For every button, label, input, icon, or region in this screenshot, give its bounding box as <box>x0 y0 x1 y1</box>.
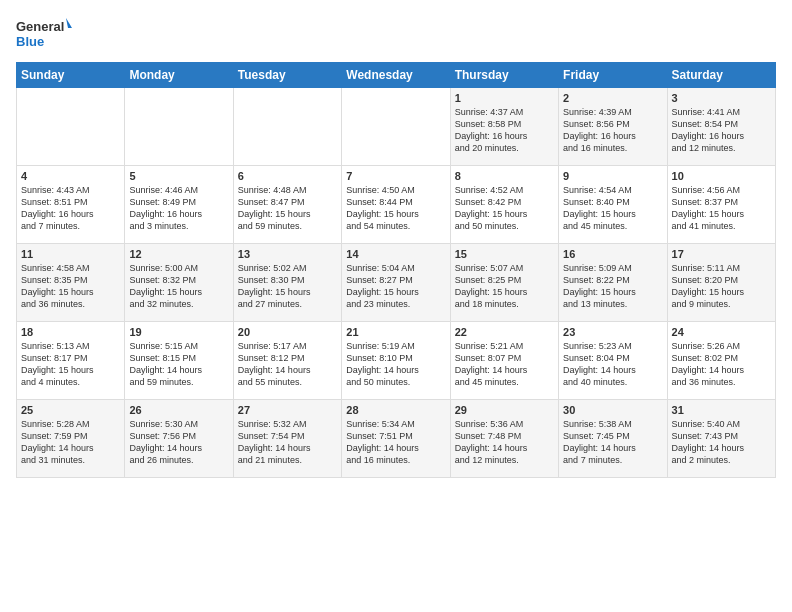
header: General Blue <box>16 16 776 52</box>
calendar-cell: 29Sunrise: 5:36 AM Sunset: 7:48 PM Dayli… <box>450 400 558 478</box>
day-number: 22 <box>455 326 554 338</box>
day-number: 21 <box>346 326 445 338</box>
weekday-header-friday: Friday <box>559 63 667 88</box>
day-number: 28 <box>346 404 445 416</box>
calendar-cell: 9Sunrise: 4:54 AM Sunset: 8:40 PM Daylig… <box>559 166 667 244</box>
cell-sun-info: Sunrise: 5:30 AM Sunset: 7:56 PM Dayligh… <box>129 418 228 467</box>
calendar-cell: 27Sunrise: 5:32 AM Sunset: 7:54 PM Dayli… <box>233 400 341 478</box>
cell-sun-info: Sunrise: 5:09 AM Sunset: 8:22 PM Dayligh… <box>563 262 662 311</box>
calendar-cell: 3Sunrise: 4:41 AM Sunset: 8:54 PM Daylig… <box>667 88 775 166</box>
cell-sun-info: Sunrise: 5:36 AM Sunset: 7:48 PM Dayligh… <box>455 418 554 467</box>
day-number: 27 <box>238 404 337 416</box>
day-number: 12 <box>129 248 228 260</box>
calendar-cell: 14Sunrise: 5:04 AM Sunset: 8:27 PM Dayli… <box>342 244 450 322</box>
calendar-cell: 10Sunrise: 4:56 AM Sunset: 8:37 PM Dayli… <box>667 166 775 244</box>
calendar-cell: 8Sunrise: 4:52 AM Sunset: 8:42 PM Daylig… <box>450 166 558 244</box>
calendar-cell: 31Sunrise: 5:40 AM Sunset: 7:43 PM Dayli… <box>667 400 775 478</box>
cell-sun-info: Sunrise: 4:41 AM Sunset: 8:54 PM Dayligh… <box>672 106 771 155</box>
calendar-cell: 28Sunrise: 5:34 AM Sunset: 7:51 PM Dayli… <box>342 400 450 478</box>
cell-sun-info: Sunrise: 5:28 AM Sunset: 7:59 PM Dayligh… <box>21 418 120 467</box>
cell-sun-info: Sunrise: 4:43 AM Sunset: 8:51 PM Dayligh… <box>21 184 120 233</box>
cell-sun-info: Sunrise: 5:17 AM Sunset: 8:12 PM Dayligh… <box>238 340 337 389</box>
day-number: 16 <box>563 248 662 260</box>
calendar-cell: 7Sunrise: 4:50 AM Sunset: 8:44 PM Daylig… <box>342 166 450 244</box>
day-number: 26 <box>129 404 228 416</box>
weekday-header-monday: Monday <box>125 63 233 88</box>
day-number: 18 <box>21 326 120 338</box>
calendar-cell: 1Sunrise: 4:37 AM Sunset: 8:58 PM Daylig… <box>450 88 558 166</box>
day-number: 1 <box>455 92 554 104</box>
cell-sun-info: Sunrise: 5:23 AM Sunset: 8:04 PM Dayligh… <box>563 340 662 389</box>
cell-sun-info: Sunrise: 5:00 AM Sunset: 8:32 PM Dayligh… <box>129 262 228 311</box>
calendar-week-row: 25Sunrise: 5:28 AM Sunset: 7:59 PM Dayli… <box>17 400 776 478</box>
calendar-cell: 13Sunrise: 5:02 AM Sunset: 8:30 PM Dayli… <box>233 244 341 322</box>
day-number: 24 <box>672 326 771 338</box>
day-number: 10 <box>672 170 771 182</box>
calendar-cell: 15Sunrise: 5:07 AM Sunset: 8:25 PM Dayli… <box>450 244 558 322</box>
weekday-header-tuesday: Tuesday <box>233 63 341 88</box>
day-number: 2 <box>563 92 662 104</box>
weekday-header-thursday: Thursday <box>450 63 558 88</box>
calendar-week-row: 11Sunrise: 4:58 AM Sunset: 8:35 PM Dayli… <box>17 244 776 322</box>
calendar-cell: 12Sunrise: 5:00 AM Sunset: 8:32 PM Dayli… <box>125 244 233 322</box>
day-number: 17 <box>672 248 771 260</box>
svg-text:General: General <box>16 19 64 34</box>
cell-sun-info: Sunrise: 4:54 AM Sunset: 8:40 PM Dayligh… <box>563 184 662 233</box>
weekday-header-wednesday: Wednesday <box>342 63 450 88</box>
cell-sun-info: Sunrise: 4:58 AM Sunset: 8:35 PM Dayligh… <box>21 262 120 311</box>
day-number: 3 <box>672 92 771 104</box>
calendar-table: SundayMondayTuesdayWednesdayThursdayFrid… <box>16 62 776 478</box>
day-number: 30 <box>563 404 662 416</box>
cell-sun-info: Sunrise: 5:07 AM Sunset: 8:25 PM Dayligh… <box>455 262 554 311</box>
calendar-cell: 19Sunrise: 5:15 AM Sunset: 8:15 PM Dayli… <box>125 322 233 400</box>
calendar-cell: 24Sunrise: 5:26 AM Sunset: 8:02 PM Dayli… <box>667 322 775 400</box>
weekday-header-row: SundayMondayTuesdayWednesdayThursdayFrid… <box>17 63 776 88</box>
cell-sun-info: Sunrise: 5:04 AM Sunset: 8:27 PM Dayligh… <box>346 262 445 311</box>
cell-sun-info: Sunrise: 5:11 AM Sunset: 8:20 PM Dayligh… <box>672 262 771 311</box>
day-number: 5 <box>129 170 228 182</box>
cell-sun-info: Sunrise: 5:15 AM Sunset: 8:15 PM Dayligh… <box>129 340 228 389</box>
weekday-header-saturday: Saturday <box>667 63 775 88</box>
day-number: 31 <box>672 404 771 416</box>
cell-sun-info: Sunrise: 4:56 AM Sunset: 8:37 PM Dayligh… <box>672 184 771 233</box>
calendar-cell: 6Sunrise: 4:48 AM Sunset: 8:47 PM Daylig… <box>233 166 341 244</box>
weekday-header-sunday: Sunday <box>17 63 125 88</box>
cell-sun-info: Sunrise: 4:48 AM Sunset: 8:47 PM Dayligh… <box>238 184 337 233</box>
cell-sun-info: Sunrise: 5:02 AM Sunset: 8:30 PM Dayligh… <box>238 262 337 311</box>
logo-svg: General Blue <box>16 16 72 52</box>
calendar-cell <box>125 88 233 166</box>
day-number: 7 <box>346 170 445 182</box>
day-number: 25 <box>21 404 120 416</box>
cell-sun-info: Sunrise: 5:21 AM Sunset: 8:07 PM Dayligh… <box>455 340 554 389</box>
cell-sun-info: Sunrise: 5:19 AM Sunset: 8:10 PM Dayligh… <box>346 340 445 389</box>
calendar-cell: 4Sunrise: 4:43 AM Sunset: 8:51 PM Daylig… <box>17 166 125 244</box>
calendar-cell <box>233 88 341 166</box>
cell-sun-info: Sunrise: 5:40 AM Sunset: 7:43 PM Dayligh… <box>672 418 771 467</box>
calendar-week-row: 1Sunrise: 4:37 AM Sunset: 8:58 PM Daylig… <box>17 88 776 166</box>
calendar-cell: 30Sunrise: 5:38 AM Sunset: 7:45 PM Dayli… <box>559 400 667 478</box>
calendar-week-row: 4Sunrise: 4:43 AM Sunset: 8:51 PM Daylig… <box>17 166 776 244</box>
day-number: 14 <box>346 248 445 260</box>
cell-sun-info: Sunrise: 4:39 AM Sunset: 8:56 PM Dayligh… <box>563 106 662 155</box>
day-number: 20 <box>238 326 337 338</box>
page: General Blue SundayMondayTuesdayWednesda… <box>0 0 792 612</box>
day-number: 11 <box>21 248 120 260</box>
cell-sun-info: Sunrise: 4:46 AM Sunset: 8:49 PM Dayligh… <box>129 184 228 233</box>
calendar-cell: 16Sunrise: 5:09 AM Sunset: 8:22 PM Dayli… <box>559 244 667 322</box>
day-number: 19 <box>129 326 228 338</box>
svg-text:Blue: Blue <box>16 34 44 49</box>
cell-sun-info: Sunrise: 4:37 AM Sunset: 8:58 PM Dayligh… <box>455 106 554 155</box>
calendar-cell: 23Sunrise: 5:23 AM Sunset: 8:04 PM Dayli… <box>559 322 667 400</box>
cell-sun-info: Sunrise: 5:13 AM Sunset: 8:17 PM Dayligh… <box>21 340 120 389</box>
day-number: 4 <box>21 170 120 182</box>
logo: General Blue <box>16 16 72 52</box>
calendar-cell: 5Sunrise: 4:46 AM Sunset: 8:49 PM Daylig… <box>125 166 233 244</box>
calendar-cell <box>17 88 125 166</box>
calendar-cell: 22Sunrise: 5:21 AM Sunset: 8:07 PM Dayli… <box>450 322 558 400</box>
cell-sun-info: Sunrise: 5:38 AM Sunset: 7:45 PM Dayligh… <box>563 418 662 467</box>
calendar-cell <box>342 88 450 166</box>
day-number: 13 <box>238 248 337 260</box>
calendar-cell: 11Sunrise: 4:58 AM Sunset: 8:35 PM Dayli… <box>17 244 125 322</box>
day-number: 8 <box>455 170 554 182</box>
calendar-cell: 21Sunrise: 5:19 AM Sunset: 8:10 PM Dayli… <box>342 322 450 400</box>
